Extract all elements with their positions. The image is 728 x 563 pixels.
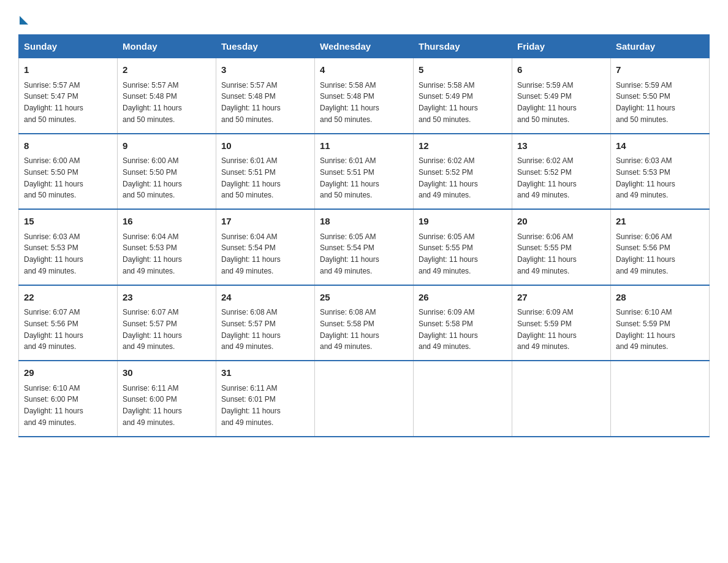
day-number: 25	[320, 291, 408, 305]
day-number: 13	[517, 139, 605, 153]
day-info: Sunrise: 6:01 AMSunset: 5:51 PMDaylight:…	[320, 156, 379, 199]
calendar-cell: 11 Sunrise: 6:01 AMSunset: 5:51 PMDaylig…	[315, 134, 414, 210]
day-number: 30	[123, 366, 211, 380]
logo	[18, 12, 28, 22]
header-wednesday: Wednesday	[315, 35, 414, 58]
calendar-week-row: 8 Sunrise: 6:00 AMSunset: 5:50 PMDayligh…	[19, 134, 710, 210]
day-info: Sunrise: 6:01 AMSunset: 5:51 PMDaylight:…	[221, 156, 281, 199]
calendar-cell	[414, 361, 512, 437]
calendar-cell: 19 Sunrise: 6:05 AMSunset: 5:55 PMDaylig…	[414, 209, 512, 285]
day-number: 22	[24, 291, 112, 305]
day-info: Sunrise: 5:59 AMSunset: 5:50 PMDaylight:…	[616, 81, 675, 124]
calendar-cell	[611, 361, 710, 437]
day-info: Sunrise: 6:09 AMSunset: 5:59 PMDaylight:…	[517, 308, 577, 351]
day-number: 28	[616, 291, 704, 305]
day-info: Sunrise: 5:57 AMSunset: 5:48 PMDaylight:…	[123, 81, 182, 124]
day-number: 21	[616, 215, 704, 229]
day-number: 1	[24, 63, 112, 77]
header-sunday: Sunday	[19, 35, 118, 58]
calendar-cell: 14 Sunrise: 6:03 AMSunset: 5:53 PMDaylig…	[611, 134, 710, 210]
day-info: Sunrise: 6:10 AMSunset: 5:59 PMDaylight:…	[616, 308, 675, 351]
day-number: 23	[123, 291, 211, 305]
day-info: Sunrise: 5:57 AMSunset: 5:47 PMDaylight:…	[24, 81, 83, 124]
day-info: Sunrise: 6:06 AMSunset: 5:55 PMDaylight:…	[517, 232, 577, 275]
day-info: Sunrise: 6:10 AMSunset: 6:00 PMDaylight:…	[24, 384, 83, 427]
day-info: Sunrise: 6:08 AMSunset: 5:57 PMDaylight:…	[221, 308, 281, 351]
day-number: 17	[221, 215, 309, 229]
day-number: 6	[517, 63, 605, 77]
calendar-cell: 8 Sunrise: 6:00 AMSunset: 5:50 PMDayligh…	[19, 134, 118, 210]
calendar-cell: 15 Sunrise: 6:03 AMSunset: 5:53 PMDaylig…	[19, 209, 118, 285]
header-monday: Monday	[118, 35, 216, 58]
day-info: Sunrise: 6:00 AMSunset: 5:50 PMDaylight:…	[123, 156, 182, 199]
day-info: Sunrise: 6:06 AMSunset: 5:56 PMDaylight:…	[616, 232, 675, 275]
calendar-cell: 13 Sunrise: 6:02 AMSunset: 5:52 PMDaylig…	[512, 134, 611, 210]
header-tuesday: Tuesday	[216, 35, 315, 58]
day-number: 16	[123, 215, 211, 229]
day-number: 7	[616, 63, 704, 77]
calendar-cell: 31 Sunrise: 6:11 AMSunset: 6:01 PMDaylig…	[216, 361, 315, 437]
calendar-cell: 30 Sunrise: 6:11 AMSunset: 6:00 PMDaylig…	[118, 361, 216, 437]
calendar-week-row: 1 Sunrise: 5:57 AMSunset: 5:47 PMDayligh…	[19, 58, 710, 134]
calendar-cell: 5 Sunrise: 5:58 AMSunset: 5:49 PMDayligh…	[414, 58, 512, 134]
calendar-cell: 12 Sunrise: 6:02 AMSunset: 5:52 PMDaylig…	[414, 134, 512, 210]
day-number: 9	[123, 139, 211, 153]
day-info: Sunrise: 6:00 AMSunset: 5:50 PMDaylight:…	[24, 156, 83, 199]
calendar-cell: 10 Sunrise: 6:01 AMSunset: 5:51 PMDaylig…	[216, 134, 315, 210]
calendar-cell: 21 Sunrise: 6:06 AMSunset: 5:56 PMDaylig…	[611, 209, 710, 285]
header-friday: Friday	[512, 35, 611, 58]
calendar-cell: 25 Sunrise: 6:08 AMSunset: 5:58 PMDaylig…	[315, 285, 414, 361]
day-info: Sunrise: 5:57 AMSunset: 5:48 PMDaylight:…	[221, 81, 281, 124]
day-info: Sunrise: 6:05 AMSunset: 5:54 PMDaylight:…	[320, 232, 379, 275]
calendar-cell: 27 Sunrise: 6:09 AMSunset: 5:59 PMDaylig…	[512, 285, 611, 361]
calendar-week-row: 22 Sunrise: 6:07 AMSunset: 5:56 PMDaylig…	[19, 285, 710, 361]
page-header	[18, 12, 710, 22]
calendar-cell	[315, 361, 414, 437]
calendar-table: SundayMondayTuesdayWednesdayThursdayFrid…	[18, 34, 710, 437]
day-number: 11	[320, 139, 408, 153]
day-info: Sunrise: 6:03 AMSunset: 5:53 PMDaylight:…	[24, 232, 83, 275]
day-info: Sunrise: 6:04 AMSunset: 5:54 PMDaylight:…	[221, 232, 281, 275]
day-number: 10	[221, 139, 309, 153]
calendar-cell: 28 Sunrise: 6:10 AMSunset: 5:59 PMDaylig…	[611, 285, 710, 361]
calendar-header-row: SundayMondayTuesdayWednesdayThursdayFrid…	[19, 35, 710, 58]
calendar-cell: 29 Sunrise: 6:10 AMSunset: 6:00 PMDaylig…	[19, 361, 118, 437]
calendar-cell: 17 Sunrise: 6:04 AMSunset: 5:54 PMDaylig…	[216, 209, 315, 285]
calendar-cell: 24 Sunrise: 6:08 AMSunset: 5:57 PMDaylig…	[216, 285, 315, 361]
day-info: Sunrise: 6:03 AMSunset: 5:53 PMDaylight:…	[616, 156, 675, 199]
day-number: 19	[419, 215, 507, 229]
day-number: 3	[221, 63, 309, 77]
day-info: Sunrise: 6:05 AMSunset: 5:55 PMDaylight:…	[419, 232, 478, 275]
header-saturday: Saturday	[611, 35, 710, 58]
calendar-cell: 9 Sunrise: 6:00 AMSunset: 5:50 PMDayligh…	[118, 134, 216, 210]
day-number: 15	[24, 215, 112, 229]
day-number: 4	[320, 63, 408, 77]
calendar-cell: 6 Sunrise: 5:59 AMSunset: 5:49 PMDayligh…	[512, 58, 611, 134]
calendar-week-row: 29 Sunrise: 6:10 AMSunset: 6:00 PMDaylig…	[19, 361, 710, 437]
day-number: 14	[616, 139, 704, 153]
day-info: Sunrise: 6:11 AMSunset: 6:00 PMDaylight:…	[123, 384, 182, 427]
day-info: Sunrise: 5:59 AMSunset: 5:49 PMDaylight:…	[517, 81, 577, 124]
day-info: Sunrise: 6:02 AMSunset: 5:52 PMDaylight:…	[419, 156, 478, 199]
day-number: 29	[24, 366, 112, 380]
logo-arrow-icon	[20, 16, 28, 25]
day-number: 8	[24, 139, 112, 153]
calendar-cell: 16 Sunrise: 6:04 AMSunset: 5:53 PMDaylig…	[118, 209, 216, 285]
day-number: 18	[320, 215, 408, 229]
day-info: Sunrise: 6:07 AMSunset: 5:57 PMDaylight:…	[123, 308, 182, 351]
calendar-cell: 2 Sunrise: 5:57 AMSunset: 5:48 PMDayligh…	[118, 58, 216, 134]
calendar-week-row: 15 Sunrise: 6:03 AMSunset: 5:53 PMDaylig…	[19, 209, 710, 285]
day-number: 5	[419, 63, 507, 77]
day-number: 26	[419, 291, 507, 305]
calendar-cell: 23 Sunrise: 6:07 AMSunset: 5:57 PMDaylig…	[118, 285, 216, 361]
day-info: Sunrise: 5:58 AMSunset: 5:49 PMDaylight:…	[419, 81, 478, 124]
calendar-cell: 1 Sunrise: 5:57 AMSunset: 5:47 PMDayligh…	[19, 58, 118, 134]
day-info: Sunrise: 6:11 AMSunset: 6:01 PMDaylight:…	[221, 384, 281, 427]
calendar-cell: 20 Sunrise: 6:06 AMSunset: 5:55 PMDaylig…	[512, 209, 611, 285]
day-info: Sunrise: 5:58 AMSunset: 5:48 PMDaylight:…	[320, 81, 379, 124]
calendar-cell: 26 Sunrise: 6:09 AMSunset: 5:58 PMDaylig…	[414, 285, 512, 361]
calendar-cell: 18 Sunrise: 6:05 AMSunset: 5:54 PMDaylig…	[315, 209, 414, 285]
day-info: Sunrise: 6:04 AMSunset: 5:53 PMDaylight:…	[123, 232, 182, 275]
day-info: Sunrise: 6:02 AMSunset: 5:52 PMDaylight:…	[517, 156, 577, 199]
day-number: 20	[517, 215, 605, 229]
